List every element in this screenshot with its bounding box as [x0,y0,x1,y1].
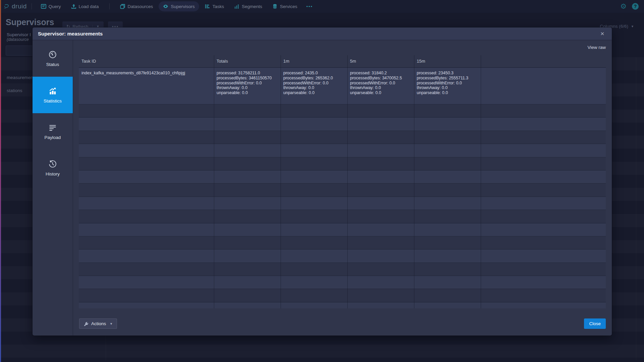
dialog-title: Supervisor: measurements [38,31,103,37]
nav-more-icon[interactable]: ••• [303,4,316,9]
background-column-line [636,57,636,360]
statistics-table: Task ID Totals 1m 5m 15m index_kafka_mea… [79,55,606,308]
column-separator [214,55,214,308]
nav-item-load-data[interactable]: Load data [67,1,103,11]
totals-cell: processed: 31758211.0 processedBytes: 34… [214,68,281,104]
help-icon[interactable]: ? [632,3,639,10]
page-title: Supervisors [6,17,54,27]
list-item[interactable]: stations [7,88,22,93]
nav-item-tasks[interactable]: Tasks [200,1,229,11]
empty-table-row [79,144,606,157]
nav-item-datasources[interactable]: Datasources [116,1,158,11]
column-separator [414,55,414,308]
tab-payload[interactable]: Payload [33,113,73,150]
tab-label: Statistics [44,98,62,103]
empty-table-row [79,249,606,263]
empty-table-row [79,197,606,210]
column-header-totals[interactable]: Totals [214,55,281,67]
nav-item-label: Query [49,4,61,9]
dialog-footer: Actions ▼ Close [79,318,606,329]
column-header-1m[interactable]: 1m [281,55,347,67]
column-separator [281,55,281,308]
supervisor-dialog: Supervisor: measurements ✕ Status [33,27,612,336]
task-id-cell: index_kafka_measurements_d87fe91423ca010… [79,68,214,104]
history-clock-icon [48,160,57,168]
actions-label: Actions [91,321,106,326]
nav-item-supervisors[interactable]: Supervisors [159,1,199,11]
column-separator [481,55,481,308]
table-row: index_kafka_measurements_d87fe91423ca010… [79,68,606,104]
empty-table-row [79,223,606,236]
query-icon [41,4,46,9]
close-button[interactable]: Close [584,318,606,329]
column-separator [347,55,348,308]
column-header-5m[interactable]: 5m [347,55,414,67]
list-header-line2: (datasource [7,37,31,42]
list-header-line1: Supervisor I [7,32,31,37]
payload-text-icon [48,123,57,132]
tab-statistics[interactable]: Statistics [33,77,73,113]
datasources-icon [120,4,125,9]
list-item[interactable]: measurements [7,75,37,80]
empty-table-row [79,289,606,302]
filler-cell [481,68,606,104]
wrench-icon [83,321,89,326]
screen-edge-gradient [0,0,1,362]
column-header-15m[interactable]: 15m [414,55,481,67]
nav-item-label: Supervisors [171,4,194,9]
logo-wordmark: druid [12,3,27,10]
column-header-filler [481,55,606,67]
tab-label: Status [46,62,59,67]
nav-item-label: Segments [242,4,262,9]
dialog-content: View raw Task ID Totals 1m 5m 15m index_… [73,40,612,336]
chevron-down-icon: ▼ [110,322,113,325]
services-icon [272,4,278,9]
actions-button[interactable]: Actions ▼ [79,318,117,329]
tab-history[interactable]: History [33,150,73,186]
dialog-header: Supervisor: measurements ✕ [33,27,612,40]
chevron-down-icon: ▼ [631,25,634,28]
5m-cell: processed: 31840.2 processedBytes: 34700… [347,68,414,104]
druid-logo[interactable]: druid [4,3,27,10]
top-nav: druid Query Load data Datasources Superv… [0,0,644,13]
nav-divider [32,3,32,9]
load-data-icon [71,4,76,9]
statistics-chart-icon [48,87,57,95]
close-icon[interactable]: ✕ [598,30,606,38]
15m-cell: processed: 23450.3 processedBytes: 25557… [414,68,481,104]
empty-table-row [79,131,606,144]
table-header-row: Task ID Totals 1m 5m 15m [79,55,606,68]
view-raw-link[interactable]: View raw [587,45,606,50]
nav-item-label: Datasources [128,4,153,9]
tab-label: Payload [45,135,61,140]
nav-item-label: Load data [79,4,99,9]
empty-table-row [79,236,606,249]
list-column-header: Supervisor I (datasource [7,32,31,42]
empty-table-row [79,157,606,170]
segments-icon [234,4,239,9]
nav-item-segments[interactable]: Segments [230,1,267,11]
supervisors-icon [163,4,168,9]
nav-item-label: Tasks [213,4,224,9]
nav-item-label: Services [280,4,297,9]
status-gauge-icon [48,50,57,59]
nav-divider [109,3,110,9]
empty-table-row [79,276,606,289]
nav-item-query[interactable]: Query [37,1,65,11]
nav-item-services[interactable]: Services [268,1,302,11]
dialog-side-menu: Status Statistics Pay [33,40,73,336]
1m-cell: processed: 2435.0 processedBytes: 265362… [281,68,347,104]
empty-table-row [79,302,606,308]
tab-status[interactable]: Status [33,40,73,77]
druid-logo-icon [4,4,9,9]
empty-table-row [79,104,606,118]
empty-table-row [79,118,606,131]
gear-icon[interactable]: ⚙ [620,3,627,10]
tab-label: History [46,171,60,176]
empty-table-row [79,170,606,184]
empty-table-row [79,184,606,197]
column-header-task-id[interactable]: Task ID [79,55,214,67]
tasks-icon [205,4,210,9]
empty-table-row [79,210,606,223]
empty-table-row [79,263,606,276]
